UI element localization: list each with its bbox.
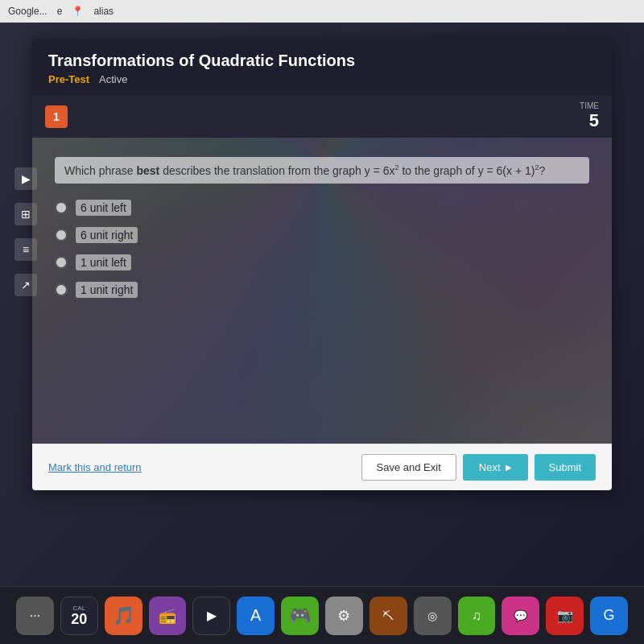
chrome-icon: G <box>604 607 615 624</box>
time-value: 5 <box>580 110 599 131</box>
radio-a[interactable] <box>55 201 68 214</box>
next-button[interactable]: Next <box>463 454 528 481</box>
screen-background: ▶ ⊞ ≡ ↗ Transformations of Quadratic Fun… <box>0 23 644 644</box>
music-icon: 🎵 <box>113 605 134 626</box>
dock-item-music[interactable]: 🎵 <box>105 597 142 635</box>
calendar-icon: CAL 20 <box>71 605 87 626</box>
dock-item-appletv[interactable]: ▶ <box>192 597 230 635</box>
dock-item-chrome[interactable]: G <box>590 597 628 635</box>
podcasts-icon: 📻 <box>159 607 176 625</box>
option-b[interactable]: 6 unit right <box>55 227 589 243</box>
browser-bar: Google... e 📍 alias <box>0 0 644 23</box>
option-b-text: 6 unit right <box>76 227 138 243</box>
camera-icon: 📷 <box>557 608 573 623</box>
appletv-icon: ▶ <box>207 608 217 623</box>
question-number-badge: 1 <box>45 105 68 128</box>
option-a-text: 6 unit left <box>76 200 131 216</box>
question-content: Which phrase best describes the translat… <box>32 138 612 444</box>
dock-item-discord[interactable]: 💬 <box>502 597 539 635</box>
save-exit-button[interactable]: Save and Exit <box>361 454 456 481</box>
settings-icon: ⚙ <box>337 607 350 625</box>
browser-tab-e[interactable]: e <box>57 6 63 17</box>
discord-icon: 💬 <box>514 609 527 622</box>
browser-tab-google[interactable]: Google... <box>8 6 47 17</box>
ellipsis-icon: ··· <box>30 609 40 623</box>
option-c-text: 1 unit left <box>76 254 131 270</box>
dock-item-minecraft[interactable]: ⛏ <box>369 597 407 635</box>
app8-icon: ◎ <box>427 609 437 622</box>
quiz-title: Transformations of Quadratic Functions <box>48 52 596 70</box>
radio-d[interactable] <box>55 283 68 296</box>
option-c[interactable]: 1 unit left <box>55 254 589 270</box>
option-a[interactable]: 6 unit left <box>55 200 589 216</box>
time-display: TIME 5 <box>580 101 599 131</box>
answer-options: 6 unit left 6 unit right 1 unit left 1 u… <box>55 200 589 298</box>
footer-buttons: Save and Exit Next Submit <box>361 454 596 481</box>
time-label: TIME <box>580 101 599 110</box>
pre-test-label: Pre-Test <box>48 73 89 85</box>
spotify-icon: ♫ <box>472 609 481 623</box>
pin-icon: 📍 <box>72 6 84 17</box>
browser-tab-alias[interactable]: alias <box>93 6 114 17</box>
dock-item-settings[interactable]: ⚙ <box>325 597 363 635</box>
appstore-icon: A <box>250 606 261 625</box>
dock-item-spotify[interactable]: ♫ <box>458 597 496 635</box>
radio-b[interactable] <box>55 229 68 242</box>
mark-return-button[interactable]: Mark this and return <box>48 461 142 473</box>
quiz-footer: Mark this and return Save and Exit Next … <box>32 444 612 490</box>
dock: ··· CAL 20 🎵 📻 ▶ A 🎮 ⚙ ⛏ ◎ <box>0 586 644 644</box>
option-d[interactable]: 1 unit right <box>55 282 589 298</box>
minecraft-icon: ⛏ <box>382 609 394 622</box>
dock-item-app8[interactable]: ◎ <box>414 597 452 635</box>
option-d-text: 1 unit right <box>76 282 138 298</box>
submit-button[interactable]: Submit <box>535 454 596 481</box>
question-nav: 1 TIME 5 <box>32 95 612 138</box>
dock-item-camera[interactable]: 📷 <box>546 597 584 635</box>
dock-item-date[interactable]: CAL 20 <box>60 597 98 635</box>
active-label: Active <box>99 73 127 85</box>
quiz-container: Transformations of Quadratic Functions P… <box>32 39 612 490</box>
dock-item-podcasts[interactable]: 📻 <box>149 597 187 635</box>
dock-item-ellipsis[interactable]: ··· <box>16 597 54 635</box>
quiz-subtitle: Pre-Test Active <box>48 73 596 85</box>
quiz-header: Transformations of Quadratic Functions P… <box>32 39 612 95</box>
game-icon: 🎮 <box>289 605 311 626</box>
dock-item-appstore[interactable]: A <box>237 597 275 635</box>
radio-c[interactable] <box>55 256 68 269</box>
question-text: Which phrase best describes the translat… <box>55 157 589 184</box>
dock-item-game[interactable]: 🎮 <box>281 597 319 635</box>
